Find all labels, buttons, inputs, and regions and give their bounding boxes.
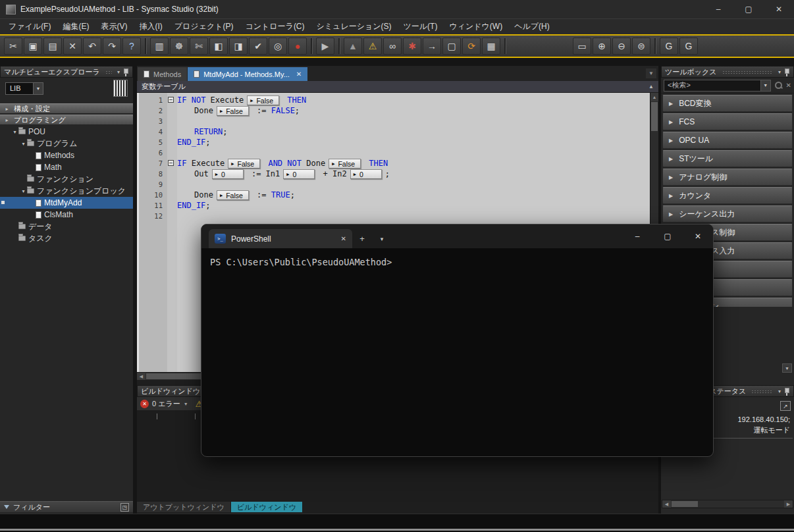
close-button[interactable]: ✕ — [764, 0, 794, 18]
tree-item-ファンクションブロック[interactable]: ▾ファンクションブロック — [0, 185, 133, 197]
menu-item-ウィンドウ(W)[interactable]: ウィンドウ(W) — [443, 18, 508, 35]
tab-list-button[interactable]: ▼ — [646, 68, 656, 78]
toolbox-category-STツール[interactable]: ▶STツール — [662, 150, 793, 167]
terminal-output[interactable]: PS C:\Users\Public\PseudoUAMethod> — [201, 248, 713, 276]
tab-build-window[interactable]: ビルドウィンドウ — [231, 502, 302, 512]
scroll-up-icon[interactable]: ▲ — [650, 93, 658, 101]
controller-stop-button[interactable]: ● — [288, 38, 307, 55]
pin-icon[interactable] — [122, 68, 129, 76]
zoom-in-button[interactable]: ⊕ — [593, 38, 611, 55]
tree-item-ClsMath[interactable]: ClsMath — [0, 209, 133, 221]
monitor-value-box[interactable]: ▶False — [228, 159, 260, 169]
filter-expand-button[interactable]: ◳ — [120, 503, 129, 512]
tree-item-Methods[interactable]: Methods — [0, 149, 133, 161]
redo-button[interactable]: ↷ — [103, 38, 121, 55]
expander-icon[interactable]: ▾ — [11, 129, 18, 135]
error-count[interactable]: 0 エラー — [152, 399, 180, 409]
minimize-button[interactable]: – — [622, 225, 652, 248]
filter-bar[interactable]: フィルター ◳ — [0, 501, 133, 512]
minimize-button[interactable]: – — [703, 0, 733, 18]
select-mode-button[interactable]: ▭ — [573, 38, 591, 55]
controller-icon[interactable] — [113, 80, 128, 97]
menu-item-ツール(T)[interactable]: ツール(T) — [398, 18, 444, 35]
toolbox-category-BCD変換[interactable]: ▶BCD変換 — [662, 95, 793, 112]
offline-button[interactable]: ◨ — [229, 38, 248, 55]
tab-output-window[interactable]: アウトプットウィンドウ — [137, 502, 230, 512]
pin-icon[interactable] — [783, 68, 790, 76]
print-button[interactable]: ▥ — [150, 38, 169, 55]
paste-button[interactable]: ▤ — [43, 38, 62, 55]
rebuild-button[interactable]: ✄ — [190, 38, 208, 55]
scroll-left-icon[interactable]: ◀ — [137, 373, 146, 380]
chevron-down-icon[interactable]: ▼ — [184, 402, 188, 406]
expander-icon[interactable]: ▾ — [20, 188, 27, 194]
check-all-programs-button[interactable]: ▲ — [344, 38, 362, 55]
toolbox-search-input[interactable]: <検索> ▼ — [664, 80, 771, 92]
popout-icon[interactable]: ↗ — [780, 401, 791, 411]
monitor-value-box[interactable]: ▶0 — [212, 169, 244, 179]
monitor-value-box[interactable]: ▶0 — [283, 169, 315, 179]
toolbox-scroll-down-button[interactable]: ▼ — [782, 363, 792, 373]
copy-button[interactable]: ▣ — [24, 38, 42, 55]
maximize-button[interactable]: ▢ — [652, 225, 683, 248]
menu-item-コントローラ(C)[interactable]: コントローラ(C) — [239, 18, 310, 35]
chevron-down-icon[interactable]: ▾ — [778, 69, 781, 75]
close-tab-icon[interactable]: ✕ — [341, 235, 346, 242]
monitor-value-box[interactable]: ▶False — [247, 95, 279, 105]
scroll-left-icon[interactable]: ◀ — [662, 500, 671, 508]
monitor-value-box[interactable]: ▶False — [329, 159, 361, 169]
monitor-button[interactable]: ∞ — [383, 38, 402, 55]
warning-list-button[interactable]: ⚠ — [363, 38, 382, 55]
go-online-controller-button[interactable]: G — [660, 38, 678, 55]
tree-item-MtdMyAdd[interactable]: MtdMyAdd — [0, 197, 133, 209]
tab-mtdmyadd[interactable]: MtdMyAdd - Methods.My... ✕ — [188, 67, 307, 81]
tab-methods[interactable]: Methods — [138, 67, 187, 81]
monitor-value-box[interactable]: ▶False — [217, 190, 249, 200]
menu-item-挿入(I)[interactable]: 挿入(I) — [133, 18, 168, 35]
monitor-value-box[interactable]: ▶False — [217, 106, 249, 116]
scrollbar-thumb[interactable] — [651, 102, 658, 131]
tree-item-Math[interactable]: Math — [0, 161, 133, 173]
monitor-value-box[interactable]: ▶0 — [350, 169, 382, 179]
expander-icon[interactable]: ▾ — [20, 141, 27, 147]
search-icon[interactable] — [774, 81, 783, 90]
debug-button[interactable]: ✱ — [403, 38, 421, 55]
tree-item-タスク[interactable]: タスク — [0, 232, 133, 244]
simulation-button[interactable]: ▶ — [316, 38, 334, 55]
close-button[interactable]: ✕ — [683, 225, 713, 248]
menu-item-編集(E)[interactable]: 編集(E) — [57, 18, 95, 35]
breakpoint-button[interactable]: ▢ — [442, 38, 461, 55]
project-dropdown[interactable]: LIB ▼ — [5, 82, 43, 95]
fold-collapse-icon[interactable]: − — [168, 160, 174, 166]
menu-item-ファイル(F)[interactable]: ファイル(F) — [3, 18, 57, 35]
terminal-tab[interactable]: >_ PowerShell ✕ — [209, 229, 352, 248]
status-horizontal-scrollbar[interactable]: ◀ ▶ — [662, 500, 793, 508]
tree-item-データ[interactable]: データ — [0, 221, 133, 232]
zoom-out-button[interactable]: ⊖ — [612, 38, 631, 55]
new-tab-button[interactable]: + — [352, 229, 372, 248]
chevron-down-icon[interactable]: ▾ — [117, 69, 120, 75]
menu-item-プロジェクト(P)[interactable]: プロジェクト(P) — [169, 18, 240, 35]
help-button[interactable]: ? — [122, 38, 141, 55]
tree-section-プログラミング[interactable]: ▸プログラミング — [0, 115, 133, 125]
menu-item-表示(V)[interactable]: 表示(V) — [95, 18, 133, 35]
sync-button[interactable]: ⟳ — [462, 38, 481, 55]
tab-dropdown-icon[interactable]: ▾ — [372, 229, 392, 248]
toolbox-category-OPC UA[interactable]: ▶OPC UA — [662, 132, 793, 149]
powershell-window[interactable]: >_ PowerShell ✕ + ▾ – ▢ ✕ PS C:\Users\Pu… — [201, 224, 714, 457]
close-tab-icon[interactable]: ✕ — [296, 70, 302, 78]
tree-item-ファンクション[interactable]: ファンクション — [0, 173, 133, 185]
menu-item-ヘルプ(H)[interactable]: ヘルプ(H) — [508, 18, 556, 35]
toolbox-category-FCS[interactable]: ▶FCS — [662, 113, 793, 130]
build-button[interactable]: ☸ — [170, 38, 188, 55]
menu-item-シミュレーション(S)[interactable]: シミュレーション(S) — [311, 18, 398, 35]
tree-item-POU[interactable]: ▾POU — [0, 126, 133, 138]
online-button[interactable]: ◧ — [209, 38, 228, 55]
search-all-button[interactable]: ◎ — [269, 38, 287, 55]
zoom-reset-button[interactable]: ⊜ — [632, 38, 650, 55]
clear-search-icon[interactable]: ✕ — [786, 82, 791, 89]
tree-section-構成・設定[interactable]: ▸構成・設定 — [0, 103, 133, 114]
collapse-icon[interactable]: ▲ — [648, 84, 654, 90]
scrollbar-thumb[interactable] — [672, 501, 698, 507]
toolbox-category-カウンタ[interactable]: ▶カウンタ — [662, 187, 793, 204]
